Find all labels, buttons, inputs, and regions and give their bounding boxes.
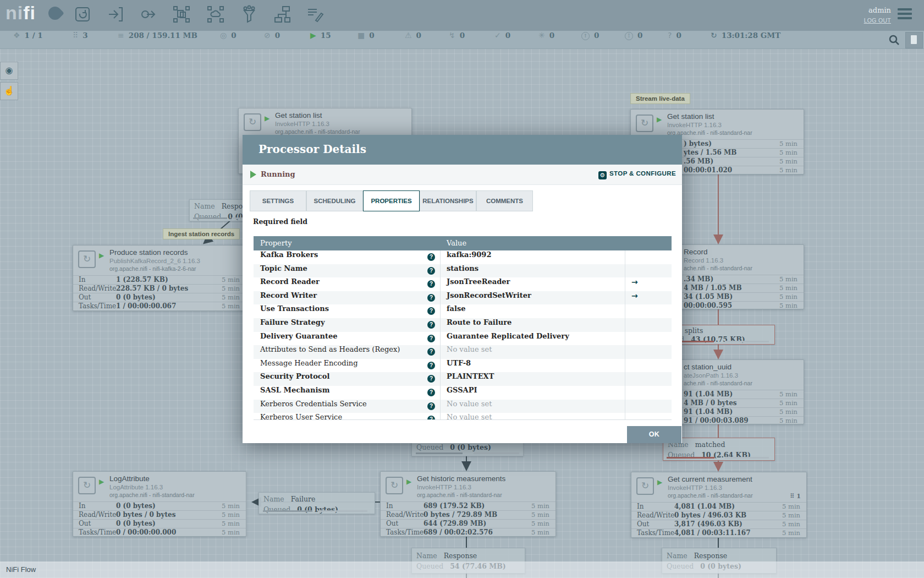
canvas-label[interactable]: Stream live-data [630,93,690,104]
status-bar: ❖1 / 1 ⠿3 ≡208 / 159.11 MB ◎0 ⊘0 ▶15 ■0 … [0,31,924,49]
property-row[interactable]: Security Protocol?PLAINTEXT [254,372,672,386]
help-icon[interactable]: ? [427,294,435,302]
property-row[interactable]: Kerberos User Service?No value set [254,413,672,420]
stat-row: In4,081 (1.04 MB)5 min [631,502,806,511]
tab-relationships[interactable]: RELATIONSHIPS [420,190,476,211]
help-icon[interactable]: ? [427,375,435,383]
stat-row: In689 (179.52 KB)5 min [381,501,556,511]
processor-name: Get station list [667,112,714,121]
help-icon[interactable]: ? [427,389,435,396]
help-icon[interactable]: ? [427,335,435,342]
stopped-status: ■0 [358,31,375,48]
help-icon[interactable]: ? [427,253,435,261]
invalid-status: ⚠0 [405,31,421,48]
property-row[interactable]: Failure Strategy?Route to Failure [254,318,672,332]
operate-palette-button[interactable]: ☝ [0,82,18,100]
template-toolbar-icon[interactable] [273,5,294,26]
stat-row: Out0 (0 bytes)5 min [73,519,246,528]
breadcrumb[interactable]: NiFi Flow [6,565,36,574]
breadcrumb-bar: NiFi Flow [0,561,924,578]
processor-produce-station-records[interactable]: ↻ ▶ Produce station records PublishKafka… [73,245,246,311]
tab-comments[interactable]: COMMENTS [476,190,533,211]
stop-and-configure-button[interactable]: ⚙STOP & CONFIGURE [598,170,676,179]
not-transmitting-icon: ⊘ [264,31,271,40]
queued-status: ≡208 / 159.11 MB [118,31,197,48]
go-to-service-icon[interactable]: → [631,291,638,300]
funnel-toolbar-icon[interactable] [240,5,261,26]
property-row[interactable]: Use Transactions?false [254,304,672,319]
process-group-toolbar-icon[interactable] [172,5,193,26]
connection-label-failure[interactable]: NameFailure Queued0 (0 bytes) [258,492,375,514]
property-row[interactable]: Kafka Brokers?kafka:9092 [254,250,672,265]
cluster-icon: ❖ [13,31,20,40]
property-row[interactable]: SASL Mechanism?GSSAPI [254,386,672,400]
help-icon[interactable]: ? [427,348,435,356]
tab-scheduling[interactable]: SCHEDULING [306,190,363,211]
processor-type: InvokeHTTP 1.16.3 [275,121,329,127]
processor-bundle: ache.nifi - nifi-standard-nar [684,265,752,271]
compass-icon: ◉ [6,66,13,75]
stat-row: Tasks/Time689 / 00:02:02.5765 min [381,528,556,537]
queued-icon: ≡ [118,31,124,40]
help-icon[interactable]: ? [427,402,435,410]
processor-name: LogAttribute [109,475,150,483]
app-header: nifi admin LOG OUT [0,0,924,31]
property-row[interactable]: Delivery Guarantee?Guarantee Replicated … [254,332,672,346]
property-row[interactable]: Message Header Encoding?UTF-8 [254,359,672,373]
output-port-toolbar-icon[interactable] [139,5,160,26]
processor-bundle: org.apache.nifi - nifi-standard-nar [417,492,502,498]
navigate-palette-button[interactable]: ◉ [0,62,18,80]
help-icon[interactable]: ? [427,416,435,420]
global-menu-button[interactable] [898,8,912,21]
stat-row: In1 (228.57 KB)5 min [73,275,246,285]
tab-settings[interactable]: SETTINGS [250,190,306,211]
ok-button[interactable]: OK [627,426,681,443]
processor-get-historic-measurements[interactable]: ↻ ▶ Get historic measurements InvokeHTTP… [380,471,556,537]
property-row[interactable]: Record Writer?JsonRecordSetWriter→ [254,291,672,306]
invalid-icon: ⚠ [405,31,412,40]
stat-row: In0 (0 bytes)5 min [73,501,246,511]
help-icon[interactable]: ? [427,321,435,329]
canvas-label[interactable]: Ingest station records [163,228,240,239]
processor-type: InvokeHTTP 1.16.3 [667,122,722,128]
processor-get-current-measurement[interactable]: ↻ ▶ Get current measurement InvokeHTTP 1… [631,472,807,538]
help-icon[interactable]: ? [427,267,435,275]
help-icon[interactable]: ? [427,280,435,288]
stat-row: Tasks/Time0 / 00:00:00.0005 min [73,528,246,537]
processor-icon: ↻ [636,114,653,132]
disabled-status: ↯0 [449,31,465,48]
property-row[interactable]: Record Reader?JsonTreeReader→ [254,277,672,292]
input-port-toolbar-icon[interactable] [106,5,127,26]
birdseye-panel-button[interactable] [905,32,923,48]
processor-toolbar-icon[interactable] [73,5,94,26]
dialog-title: Processor Details [258,143,366,156]
locally-modified-stale-status: !0 [625,31,642,48]
processor-log-attribute[interactable]: ↻ ▶ LogAttribute LogAttribute 1.16.3 org… [73,471,246,537]
refresh-status[interactable]: ↻13:01:28 GMT [711,31,780,48]
stale-status: ↑0 [581,31,599,48]
property-row[interactable]: Kerberos Credentials Service?No value se… [254,400,672,414]
panel-icon [911,35,917,44]
search-button[interactable] [888,34,900,46]
help-icon[interactable]: ? [427,307,435,315]
running-icon: ▶ [265,114,270,122]
stat-row: Read/Write0 bytes / 0 bytes5 min [73,510,246,520]
stat-row: Tasks/Time1 / 00:00:00.0675 min [73,302,246,311]
go-to-service-icon[interactable]: → [631,277,638,286]
running-status: ▶15 [310,31,331,48]
cluster-node-badge: ⠿ 1 [790,493,801,500]
locally-modified-status: ✳0 [538,31,554,48]
processor-icon: ↻ [78,477,96,494]
processor-type: InvokeHTTP 1.16.3 [668,484,722,491]
help-icon[interactable]: ? [427,362,435,369]
refresh-icon: ↻ [711,31,717,40]
logout-link[interactable]: LOG OUT [864,17,891,24]
properties-table-header: PropertyValue [254,236,672,250]
remote-process-group-toolbar-icon[interactable] [206,5,227,26]
nifi-logo: nifi [6,2,36,24]
tab-properties[interactable]: PROPERTIES [363,190,420,211]
property-row[interactable]: Topic Name?stations [254,264,672,279]
label-toolbar-icon[interactable] [306,5,327,26]
property-row[interactable]: Attributes to Send as Headers (Regex)?No… [254,345,672,359]
stat-row: Out3,817 (496.03 KB)5 min [631,520,806,529]
